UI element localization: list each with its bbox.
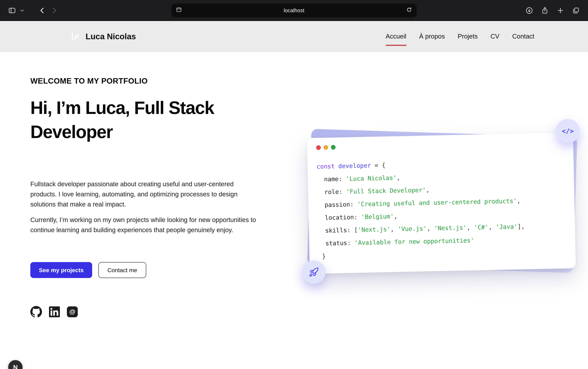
nav-item-cv[interactable]: CV: [490, 32, 499, 41]
toolbar-right-group: [524, 5, 582, 16]
portfolio-page: Luca Nicolas Accueil À propos Projets CV…: [0, 21, 588, 369]
brand-name: Luca Nicolas: [86, 32, 136, 41]
code-tag-badge: </>: [556, 119, 580, 143]
new-tab-button[interactable]: [555, 5, 566, 16]
nextjs-dev-badge[interactable]: N: [8, 360, 22, 369]
code-block: const developer = { name: 'Luca Nicolas'…: [316, 155, 567, 263]
sidebar-toggle-button[interactable]: [6, 5, 18, 16]
see-projects-button[interactable]: See my projects: [30, 262, 92, 278]
back-icon: [39, 6, 46, 14]
chevron-down-icon: [20, 8, 24, 13]
hero-eyebrow: WELCOME TO MY PORTFOLIO: [30, 77, 264, 86]
email-icon: @: [67, 306, 78, 317]
browser-toolbar: localhost: [0, 0, 588, 21]
email-link[interactable]: @: [67, 306, 78, 317]
zoom-dot-icon: [331, 145, 336, 150]
forward-button[interactable]: [48, 5, 60, 16]
main-nav: Accueil À propos Projets CV Contact: [386, 32, 534, 41]
linkedin-icon: [49, 306, 60, 317]
close-dot-icon: [316, 145, 321, 150]
hero-title-line1: Hi, I’m Luca, Full Stack: [30, 98, 214, 118]
brand-home-link[interactable]: Luca Nicolas: [69, 31, 136, 42]
address-text: localhost: [284, 7, 305, 13]
window-dots: [316, 140, 564, 150]
downloads-button[interactable]: [524, 5, 535, 16]
hero-paragraph-2: Currently, I’m working on my own project…: [30, 215, 258, 235]
hero-paragraph-1: Fullstack developer passionate about cre…: [30, 179, 258, 209]
code-card: const developer = { name: 'Luca Nicolas'…: [307, 133, 576, 274]
sidebar-icon: [8, 6, 16, 14]
code-tag-icon: </>: [562, 127, 574, 135]
nav-item-contact[interactable]: Contact: [512, 32, 534, 41]
cta-row: See my projects Contact me: [30, 262, 264, 278]
reload-button[interactable]: [406, 7, 412, 14]
sidebar-menu-chevron-button[interactable]: [18, 6, 26, 14]
nav-item-accueil[interactable]: Accueil: [386, 32, 406, 41]
hero-title: Hi, I’m Luca, Full StackDeveloper: [30, 96, 264, 144]
safari-window: localhost Luca Nicolas: [0, 0, 588, 369]
share-icon: [541, 6, 549, 14]
hero-text-column: WELCOME TO MY PORTFOLIO Hi, I’m Luca, Fu…: [30, 77, 264, 318]
toolbar-left-group: [6, 5, 60, 16]
github-link[interactable]: [30, 306, 42, 318]
reload-icon: [406, 7, 412, 13]
share-button[interactable]: [539, 5, 551, 16]
rocket-badge: [302, 260, 326, 284]
contact-me-button[interactable]: Contact me: [98, 262, 146, 278]
nav-item-projets[interactable]: Projets: [458, 32, 478, 41]
minimize-dot-icon: [324, 145, 328, 150]
social-links-row: @: [30, 306, 264, 318]
linkedin-link[interactable]: [49, 306, 60, 317]
page-preview-icon: [176, 7, 182, 14]
site-header: Luca Nicolas Accueil À propos Projets CV…: [0, 21, 588, 52]
back-button[interactable]: [37, 5, 48, 16]
plus-icon: [557, 6, 564, 14]
nav-item-a-propos[interactable]: À propos: [419, 32, 445, 41]
tabs-icon: [572, 6, 580, 14]
tab-overview-button[interactable]: [570, 5, 582, 16]
forward-icon: [50, 6, 58, 14]
download-icon: [525, 6, 533, 14]
hero-title-line2: Developer: [30, 122, 113, 142]
code-card-stack: const developer = { name: 'Luca Nicolas'…: [308, 135, 574, 271]
brand-logo-icon: [69, 31, 81, 42]
github-icon: [30, 306, 42, 318]
rocket-icon: [309, 267, 319, 277]
address-bar[interactable]: localhost: [171, 3, 417, 18]
